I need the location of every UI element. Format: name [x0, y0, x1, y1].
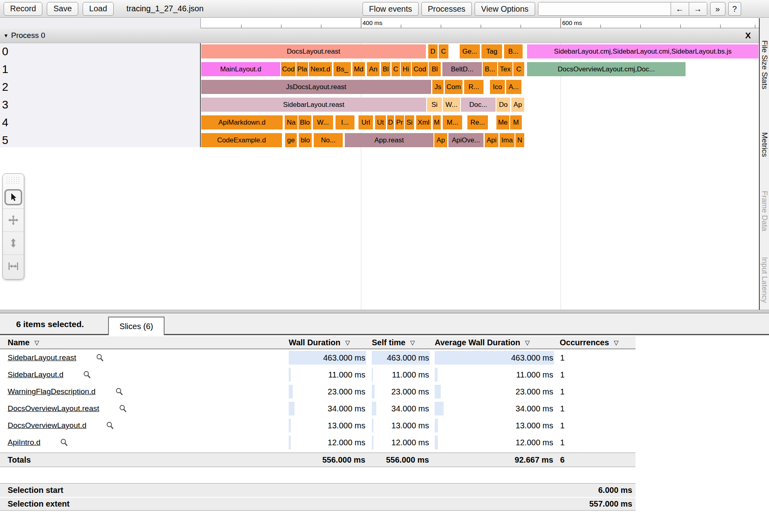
timeline-slice[interactable]: M	[510, 115, 522, 129]
timeline-slice[interactable]: M...	[443, 115, 462, 129]
timeline-slice[interactable]: Js	[432, 80, 444, 94]
timeline-slice[interactable]: Bl	[429, 62, 441, 76]
magnifier-icon[interactable]	[115, 387, 124, 396]
timeline-slice[interactable]: M	[433, 115, 441, 129]
timeline-slice[interactable]: B...	[504, 44, 523, 58]
timeline-slice[interactable]: W...	[313, 115, 333, 129]
timeline-slice[interactable]: Tag	[481, 44, 502, 58]
timeline-slice[interactable]: Xml	[416, 115, 431, 129]
timeline-slice[interactable]: D	[428, 44, 438, 58]
timeline-slice[interactable]: blo	[299, 133, 312, 147]
timeline-slice[interactable]: ApiMarkdown.d	[201, 115, 283, 129]
timeline-slice[interactable]: A...	[506, 80, 521, 94]
timeline-slice[interactable]: CodeExample.d	[201, 133, 282, 147]
timeline-slice[interactable]: Md	[352, 62, 365, 76]
timeline-slice[interactable]: Ico	[490, 80, 505, 94]
column-header-name[interactable]: Name▽	[0, 338, 289, 347]
selection-tool-button[interactable]	[3, 186, 24, 209]
help-button[interactable]: ?	[728, 2, 741, 16]
zoom-tool-button[interactable]	[3, 232, 24, 255]
timeline-slice[interactable]: N	[515, 133, 524, 147]
timeline-slice[interactable]: DocsLayout.reast	[201, 44, 426, 58]
magnifier-icon[interactable]	[119, 404, 127, 413]
column-header-wall-duration[interactable]: Wall Duration▽	[289, 338, 366, 347]
timeline-slice[interactable]: R...	[464, 80, 483, 94]
timeline-slice[interactable]: Blo	[298, 115, 311, 129]
tab-slices[interactable]: Slices (6)	[108, 317, 165, 335]
slice-name-link[interactable]: SidebarLayout.reast	[8, 353, 76, 362]
timeline-slice[interactable]: Si	[405, 115, 414, 129]
timeline-slice[interactable]: ApiOve...	[448, 133, 483, 147]
timeline-slice[interactable]: ge	[285, 133, 297, 147]
timeline-slice[interactable]: MainLayout.d	[201, 62, 280, 76]
flow-events-button[interactable]: Flow events	[363, 2, 419, 16]
timeline-slice[interactable]: Ut	[375, 115, 386, 129]
timeline-slice[interactable]: No...	[314, 133, 343, 147]
slice-name-link[interactable]: WarningFlagDescription.d	[8, 387, 96, 396]
timeline-slice[interactable]: Cod	[412, 62, 428, 76]
column-header-average-wall-duration[interactable]: Average Wall Duration▽	[435, 338, 554, 347]
timeline-slice[interactable]: JsDocsLayout.reast	[201, 80, 431, 94]
timeline-slice[interactable]: Com	[445, 80, 463, 94]
sort-triangle-icon[interactable]: ▽	[345, 338, 350, 346]
slice-name-link[interactable]: ApiIntro.d	[8, 438, 40, 447]
timeline-slice[interactable]: Api	[485, 133, 498, 147]
column-header-occurrences[interactable]: Occurrences▽	[560, 338, 636, 347]
timeline-slice[interactable]: An	[367, 62, 379, 76]
timeline-slice[interactable]: Hi	[401, 62, 411, 76]
sort-triangle-icon[interactable]: ▽	[525, 338, 530, 346]
timeline-slice[interactable]: DocsOverviewLayout.cmj,Doc...	[527, 62, 686, 76]
timeline-slice[interactable]: Na	[285, 115, 298, 129]
sort-triangle-icon[interactable]: ▽	[410, 338, 415, 346]
slice-name-link[interactable]: DocsOverviewLayout.d	[8, 421, 86, 430]
timeline-slice[interactable]: C	[513, 62, 524, 76]
magnifier-icon[interactable]	[96, 353, 104, 362]
timeline-slice[interactable]: C	[439, 44, 448, 58]
magnifier-icon[interactable]	[106, 421, 115, 430]
close-process-button[interactable]: X	[745, 31, 751, 40]
process-header[interactable]: ▾ Process 0 X	[0, 28, 759, 43]
save-button[interactable]: Save	[47, 2, 78, 16]
slice-name-link[interactable]: DocsOverviewLayout.reast	[8, 404, 99, 413]
timeline-slice[interactable]: Pr	[395, 115, 404, 129]
timeline-slice[interactable]: Url	[358, 115, 373, 129]
timeline-slice[interactable]: Bl	[381, 62, 390, 76]
pan-tool-button[interactable]	[3, 209, 24, 232]
timeline-slice[interactable]: Next.d	[309, 62, 332, 76]
timeline-slice[interactable]: Me	[496, 115, 509, 129]
slice-name-link[interactable]: SidebarLayout.d	[8, 370, 63, 379]
timeline-slice[interactable]: Re...	[467, 115, 488, 129]
find-next-button[interactable]: →	[689, 2, 707, 15]
timeline-slice[interactable]: C	[392, 62, 400, 76]
processes-button[interactable]: Processes	[421, 2, 472, 16]
timeline-slice[interactable]: Do	[496, 98, 510, 112]
timing-tool-button[interactable]	[3, 255, 24, 277]
record-button[interactable]: Record	[4, 2, 42, 16]
timeline-slice[interactable]: B...	[483, 62, 497, 76]
view-options-button[interactable]: View Options	[475, 2, 535, 16]
palette-grip-handle[interactable]	[6, 176, 21, 184]
load-button[interactable]: Load	[83, 2, 114, 16]
timeline-slice[interactable]: Si	[427, 98, 442, 112]
timeline-slice[interactable]: Ima	[500, 133, 515, 147]
timeline-slice[interactable]: D	[387, 115, 394, 129]
sidebar-tab-file-size-stats[interactable]: File Size Stats	[760, 40, 769, 89]
timeline-slice[interactable]: Doc...	[461, 98, 496, 112]
sort-triangle-icon[interactable]: ▽	[614, 338, 619, 346]
magnifier-icon[interactable]	[83, 370, 92, 379]
sort-triangle-icon[interactable]: ▽	[34, 338, 39, 346]
timeline-slice[interactable]: Ap	[434, 133, 447, 147]
column-header-self-time[interactable]: Self time▽	[372, 338, 430, 347]
timeline-slice[interactable]: Ge...	[460, 44, 480, 58]
timeline-slice[interactable]: Cod	[281, 62, 296, 76]
sidebar-tab-frame-data[interactable]: Frame Data	[760, 191, 769, 231]
timeline-slice[interactable]: SidebarLayout.reast	[201, 98, 426, 112]
timeline-slice[interactable]: Bs_	[333, 62, 351, 76]
timeline-slice[interactable]: I...	[336, 115, 354, 129]
magnifier-icon[interactable]	[60, 438, 69, 447]
search-input[interactable]	[538, 2, 671, 15]
sidebar-tab-input-latency[interactable]: Input Latency	[760, 257, 769, 303]
timeline-slice[interactable]: Tex	[498, 62, 513, 76]
timeline-slice[interactable]: SidebarLayout.cmj,SidebarLayout.cmi,Side…	[527, 44, 759, 58]
sidebar-tab-metrics[interactable]: Metrics	[760, 132, 769, 157]
